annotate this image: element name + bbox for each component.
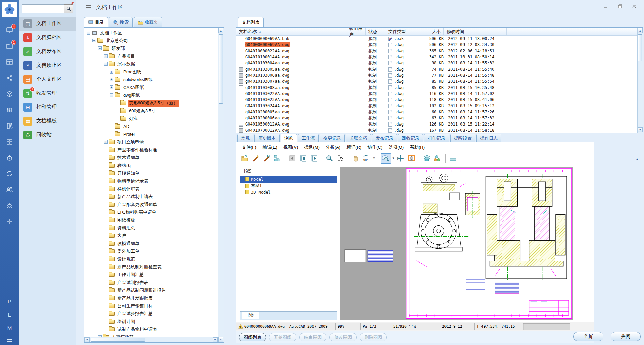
rail-library-books-icon[interactable] xyxy=(6,122,13,130)
tree-item[interactable]: 工作计划汇总 xyxy=(87,271,218,279)
column-status[interactable]: 状态 xyxy=(366,28,385,35)
panel-menu-icon[interactable] xyxy=(86,5,91,9)
tree-item[interactable]: 产品零部件检验标准 xyxy=(87,146,218,154)
detail-tab[interactable]: 工作流 xyxy=(298,134,319,142)
tree-expander[interactable]: − xyxy=(98,46,102,50)
tree-expander[interactable]: − xyxy=(104,62,108,66)
tree-expander[interactable]: − xyxy=(92,39,96,42)
annotate-pen-icon[interactable] xyxy=(261,153,271,164)
close-window-button[interactable] xyxy=(629,3,639,10)
scroll-down-arrow[interactable]: ▼ xyxy=(638,127,643,132)
tree-expander[interactable]: + xyxy=(104,54,108,58)
minimize-button[interactable] xyxy=(601,3,611,10)
tab-document-list[interactable]: 文档列表 xyxy=(238,17,264,27)
column-file-type[interactable]: 文件类型 xyxy=(385,28,426,35)
tree-item[interactable]: Protel xyxy=(87,130,218,138)
rail-modules-grid-icon[interactable] xyxy=(6,218,13,225)
sidebar-item[interactable]: × 文档废止区 xyxy=(19,58,76,72)
page-number-icon[interactable] xyxy=(298,153,308,164)
markup-pen-icon[interactable] xyxy=(250,153,261,164)
review-button[interactable]: 修改圈阅 xyxy=(329,333,357,341)
doc-row[interactable]: g04010200005aa.dwg 拟制 .dwg 60 KB 2011-08… xyxy=(236,109,637,115)
search-button[interactable] xyxy=(64,4,73,13)
collapse-panel-button[interactable]: ▲ xyxy=(636,157,639,161)
doc-vscroll-thumb[interactable] xyxy=(638,34,642,61)
menu-item[interactable]: 分析(A) xyxy=(323,144,343,150)
doc-row[interactable]: g04010103004aa.dwg 拟制 .dwg 98 KB 2011-08… xyxy=(236,60,637,66)
sidebar-item[interactable]: ⊟ 打印管理 xyxy=(19,100,76,114)
detail-tab[interactable]: 变更记录 xyxy=(320,134,345,142)
doc-row[interactable]: G04010500012AA.dwg 拟制 .dwg 126 KB 2011-0… xyxy=(236,121,637,127)
tree-expander[interactable]: + xyxy=(110,70,113,74)
sidebar-item[interactable]: ▦ 文档模板 xyxy=(19,114,76,128)
tree-item[interactable]: 变形600短泵3.5寸（新） xyxy=(87,99,218,107)
tab-favorites[interactable]: 收藏夹 xyxy=(134,17,162,27)
layers-icon[interactable] xyxy=(422,153,432,164)
tree-item[interactable]: 产品配套更改通知单 xyxy=(87,200,218,208)
tree-item[interactable]: 图纸模板 xyxy=(87,216,218,224)
doc-row[interactable]: g04010200006aa.dwg 拟制 .dwg 63 KB 2011-08… xyxy=(236,115,637,121)
pin-icon[interactable] xyxy=(70,1,75,5)
tree-item[interactable]: − 文档工作区 xyxy=(87,29,218,37)
tree-item[interactable]: + 产品项目 xyxy=(87,52,218,60)
tree-item[interactable]: − 研发部 xyxy=(87,44,218,52)
tree-item[interactable]: 培训计划 xyxy=(87,318,218,325)
review-button[interactable]: 圈阅列表 xyxy=(239,333,266,341)
doc-row[interactable]: g04010103008aa.dwg 拟制 .dwg 85 KB 2011-08… xyxy=(236,84,637,91)
sidebar-item[interactable]: ♺ 回收站 xyxy=(19,128,76,142)
detail-tab[interactable]: 历史版本 xyxy=(254,134,280,142)
tree-item[interactable]: 产品试制报告表 xyxy=(87,279,218,286)
rail-finance-bag-icon[interactable] xyxy=(6,154,13,161)
hierarchy-icon[interactable] xyxy=(272,153,282,164)
tree-item[interactable]: 改模通知单 xyxy=(87,239,218,247)
menu-item[interactable]: 协作(C) xyxy=(364,144,385,150)
detail-tab[interactable]: 常规 xyxy=(237,134,253,142)
tree-vscroll-thumb[interactable] xyxy=(219,34,223,104)
zoom-dropdown-icon[interactable]: ▼ xyxy=(392,157,395,160)
doc-row[interactable]: G04010700012AA.dwg 拟制 .dwg 167 KB 2011-0… xyxy=(236,127,637,133)
tree-item[interactable]: 产品试验报告汇总 xyxy=(87,310,218,318)
doc-row[interactable]: G04010103024AA.dwg 拟制 .dwg 102 KB 2011-0… xyxy=(236,103,637,109)
tree-item[interactable]: 600短泵3.5寸 xyxy=(87,107,218,115)
sidebar-item[interactable]: ↧ 文档归档区 xyxy=(19,31,76,44)
select-cursor-icon[interactable] xyxy=(335,153,345,164)
bookmark-item[interactable]: 3D Model xyxy=(240,189,337,195)
tree-item[interactable]: + 人事行政部 xyxy=(87,333,218,337)
scroll-right-arrow[interactable]: ► xyxy=(213,337,218,342)
doc-row[interactable]: G04000000069AA.dwg 拟制 .dwg 506 KB 2012-0… xyxy=(236,42,637,48)
tree-item[interactable]: 技术通知单 xyxy=(87,154,218,161)
detail-tab[interactable]: 回收记录 xyxy=(398,134,423,142)
menu-item[interactable]: 编辑(E) xyxy=(260,144,280,150)
rail-product-cube-icon[interactable] xyxy=(6,90,13,98)
tree-item[interactable]: 灯泡 xyxy=(87,115,218,122)
sidebar-item[interactable]: ✓ 文档发布区 xyxy=(19,44,76,58)
tree-item[interactable]: + Proe图纸 xyxy=(87,68,218,76)
tree-expander[interactable]: + xyxy=(110,85,113,89)
bookmark-item[interactable]: Model xyxy=(240,176,337,183)
sidebar-item[interactable]: ▢ 文档工作区 xyxy=(19,17,76,31)
measure-icon[interactable] xyxy=(448,153,458,164)
maximize-button[interactable] xyxy=(615,3,625,10)
tree-item[interactable]: 新产品开发跟踪表 xyxy=(87,294,218,302)
doc-row[interactable]: G04010103023AA.dwg 拟制 .dwg 118 KB 2011-0… xyxy=(236,97,637,103)
menu-item[interactable]: 文件(F) xyxy=(239,144,260,150)
bookmarks-tab[interactable]: 书签 xyxy=(242,312,259,319)
tab-catalog[interactable]: 目录 xyxy=(84,17,108,27)
rail-letter-m[interactable]: M xyxy=(7,325,12,331)
preview-zoom-icon[interactable] xyxy=(324,153,335,164)
menu-item[interactable]: 视图(V) xyxy=(280,144,301,150)
zoom-window-icon[interactable] xyxy=(381,153,391,164)
rail-layout-board-icon[interactable] xyxy=(6,58,13,66)
tree-item[interactable]: 联络函 xyxy=(87,161,218,169)
tree-expander[interactable]: + xyxy=(104,140,108,144)
tree-item[interactable]: − 北京总公司 xyxy=(87,37,218,44)
scroll-down-arrow[interactable]: ▼ xyxy=(218,337,223,342)
rail-archive-folder-icon[interactable]: 1 xyxy=(6,42,13,50)
menu-item[interactable]: 标记(R) xyxy=(343,144,364,150)
rail-letter-l[interactable]: L xyxy=(8,312,11,318)
detail-tab[interactable]: 打印记录 xyxy=(424,134,449,142)
doc-row[interactable]: G04010100014AA.dwg 拟制 .dwg 342 KB 2011-1… xyxy=(236,54,637,60)
review-button[interactable]: 开始圈阅 xyxy=(269,333,296,341)
detail-tab[interactable]: 浏览 xyxy=(281,134,297,142)
sidebar-item[interactable]: ▤ 个人文件区 xyxy=(19,72,76,86)
